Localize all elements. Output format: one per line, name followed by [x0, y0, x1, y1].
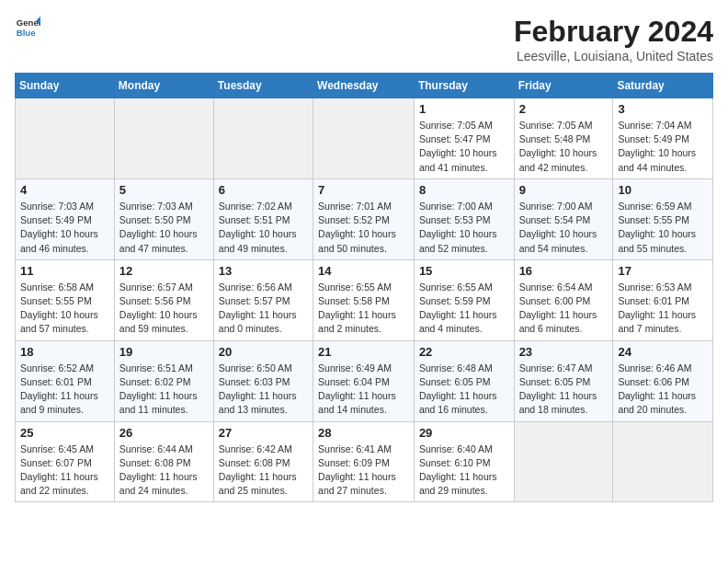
calendar-cell: 4Sunrise: 7:03 AM Sunset: 5:49 PM Daylig…	[16, 178, 115, 259]
calendar-cell: 17Sunrise: 6:53 AM Sunset: 6:01 PM Dayli…	[613, 259, 713, 340]
day-number: 6	[219, 183, 308, 197]
calendar-cell	[16, 98, 115, 179]
day-number: 14	[318, 264, 409, 278]
calendar-week-row: 4Sunrise: 7:03 AM Sunset: 5:49 PM Daylig…	[16, 178, 713, 259]
day-number: 18	[20, 345, 109, 359]
day-number: 10	[618, 183, 708, 197]
day-info: Sunrise: 7:03 AM Sunset: 5:49 PM Dayligh…	[20, 200, 109, 256]
calendar-week-row: 25Sunrise: 6:45 AM Sunset: 6:07 PM Dayli…	[16, 421, 713, 502]
day-info: Sunrise: 7:04 AM Sunset: 5:49 PM Dayligh…	[618, 119, 708, 175]
day-info: Sunrise: 6:42 AM Sunset: 6:08 PM Dayligh…	[219, 442, 308, 499]
day-info: Sunrise: 6:55 AM Sunset: 5:59 PM Dayligh…	[419, 281, 509, 337]
day-number: 1	[419, 102, 509, 116]
logo: General Blue	[15, 15, 40, 40]
calendar-cell: 28Sunrise: 6:41 AM Sunset: 6:09 PM Dayli…	[313, 421, 415, 502]
calendar-cell: 25Sunrise: 6:45 AM Sunset: 6:07 PM Dayli…	[16, 421, 115, 502]
day-info: Sunrise: 6:45 AM Sunset: 6:07 PM Dayligh…	[20, 442, 109, 499]
day-info: Sunrise: 6:53 AM Sunset: 6:01 PM Dayligh…	[618, 281, 708, 337]
month-title: February 2024	[514, 15, 713, 49]
calendar-cell: 22Sunrise: 6:48 AM Sunset: 6:05 PM Dayli…	[414, 340, 514, 421]
calendar-cell	[213, 98, 313, 179]
day-info: Sunrise: 7:01 AM Sunset: 5:52 PM Dayligh…	[318, 200, 409, 256]
calendar-cell: 3Sunrise: 7:04 AM Sunset: 5:49 PM Daylig…	[613, 98, 713, 179]
day-info: Sunrise: 6:57 AM Sunset: 5:56 PM Dayligh…	[119, 281, 209, 337]
calendar-cell	[613, 421, 713, 502]
calendar-week-row: 1Sunrise: 7:05 AM Sunset: 5:47 PM Daylig…	[16, 98, 713, 179]
calendar-cell: 5Sunrise: 7:03 AM Sunset: 5:50 PM Daylig…	[114, 178, 213, 259]
calendar-cell: 7Sunrise: 7:01 AM Sunset: 5:52 PM Daylig…	[313, 178, 415, 259]
svg-text:Blue: Blue	[17, 28, 36, 38]
day-info: Sunrise: 7:00 AM Sunset: 5:54 PM Dayligh…	[519, 200, 609, 256]
day-info: Sunrise: 6:58 AM Sunset: 5:55 PM Dayligh…	[20, 281, 109, 337]
calendar-cell	[313, 98, 415, 179]
weekday-header: Friday	[514, 74, 613, 98]
svg-text:General: General	[17, 17, 40, 28]
day-info: Sunrise: 6:52 AM Sunset: 6:01 PM Dayligh…	[20, 362, 109, 418]
calendar-cell: 15Sunrise: 6:55 AM Sunset: 5:59 PM Dayli…	[414, 259, 514, 340]
calendar-cell: 11Sunrise: 6:58 AM Sunset: 5:55 PM Dayli…	[16, 259, 115, 340]
calendar-week-row: 18Sunrise: 6:52 AM Sunset: 6:01 PM Dayli…	[16, 340, 713, 421]
day-number: 5	[119, 183, 209, 197]
day-info: Sunrise: 6:40 AM Sunset: 6:10 PM Dayligh…	[419, 442, 509, 499]
calendar-cell: 18Sunrise: 6:52 AM Sunset: 6:01 PM Dayli…	[16, 340, 115, 421]
day-number: 23	[519, 345, 609, 359]
day-info: Sunrise: 6:47 AM Sunset: 6:05 PM Dayligh…	[519, 362, 609, 418]
weekday-header: Wednesday	[313, 74, 415, 98]
day-number: 19	[119, 345, 209, 359]
day-number: 28	[318, 426, 409, 440]
day-info: Sunrise: 6:59 AM Sunset: 5:55 PM Dayligh…	[618, 200, 708, 256]
day-info: Sunrise: 7:05 AM Sunset: 5:48 PM Dayligh…	[519, 119, 609, 175]
day-info: Sunrise: 6:55 AM Sunset: 5:58 PM Dayligh…	[318, 281, 409, 337]
calendar-cell: 29Sunrise: 6:40 AM Sunset: 6:10 PM Dayli…	[414, 421, 514, 502]
calendar-cell: 16Sunrise: 6:54 AM Sunset: 6:00 PM Dayli…	[514, 259, 613, 340]
day-number: 25	[20, 426, 109, 440]
weekday-header-row: SundayMondayTuesdayWednesdayThursdayFrid…	[16, 74, 713, 98]
day-info: Sunrise: 7:00 AM Sunset: 5:53 PM Dayligh…	[419, 200, 509, 256]
location-title: Leesville, Louisiana, United States	[514, 49, 713, 63]
weekday-header: Sunday	[16, 74, 115, 98]
day-info: Sunrise: 7:05 AM Sunset: 5:47 PM Dayligh…	[419, 119, 509, 175]
day-number: 21	[318, 345, 409, 359]
day-info: Sunrise: 6:46 AM Sunset: 6:06 PM Dayligh…	[618, 362, 708, 418]
page-header: General Blue February 2024 Leesville, Lo…	[15, 15, 713, 63]
day-info: Sunrise: 6:50 AM Sunset: 6:03 PM Dayligh…	[219, 362, 308, 418]
weekday-header: Saturday	[613, 74, 713, 98]
day-info: Sunrise: 6:48 AM Sunset: 6:05 PM Dayligh…	[419, 362, 509, 418]
day-number: 26	[119, 426, 209, 440]
logo-icon: General Blue	[15, 15, 40, 40]
day-info: Sunrise: 6:49 AM Sunset: 6:04 PM Dayligh…	[318, 362, 409, 418]
day-number: 22	[419, 345, 509, 359]
calendar-cell	[514, 421, 613, 502]
title-area: February 2024 Leesville, Louisiana, Unit…	[514, 15, 713, 63]
day-number: 15	[419, 264, 509, 278]
day-number: 12	[119, 264, 209, 278]
calendar-cell: 2Sunrise: 7:05 AM Sunset: 5:48 PM Daylig…	[514, 98, 613, 179]
day-number: 7	[318, 183, 409, 197]
calendar-cell: 20Sunrise: 6:50 AM Sunset: 6:03 PM Dayli…	[213, 340, 313, 421]
calendar-cell: 8Sunrise: 7:00 AM Sunset: 5:53 PM Daylig…	[414, 178, 514, 259]
calendar-cell: 6Sunrise: 7:02 AM Sunset: 5:51 PM Daylig…	[213, 178, 313, 259]
day-number: 16	[519, 264, 609, 278]
day-number: 20	[219, 345, 308, 359]
day-number: 2	[519, 102, 609, 116]
weekday-header: Thursday	[414, 74, 514, 98]
calendar-cell	[114, 98, 213, 179]
calendar-cell: 12Sunrise: 6:57 AM Sunset: 5:56 PM Dayli…	[114, 259, 213, 340]
calendar-cell: 27Sunrise: 6:42 AM Sunset: 6:08 PM Dayli…	[213, 421, 313, 502]
day-info: Sunrise: 6:56 AM Sunset: 5:57 PM Dayligh…	[219, 281, 308, 337]
calendar-cell: 24Sunrise: 6:46 AM Sunset: 6:06 PM Dayli…	[613, 340, 713, 421]
day-info: Sunrise: 7:02 AM Sunset: 5:51 PM Dayligh…	[219, 200, 308, 256]
calendar-week-row: 11Sunrise: 6:58 AM Sunset: 5:55 PM Dayli…	[16, 259, 713, 340]
day-number: 13	[219, 264, 308, 278]
day-info: Sunrise: 6:51 AM Sunset: 6:02 PM Dayligh…	[119, 362, 209, 418]
calendar-cell: 13Sunrise: 6:56 AM Sunset: 5:57 PM Dayli…	[213, 259, 313, 340]
day-number: 3	[618, 102, 708, 116]
day-info: Sunrise: 6:44 AM Sunset: 6:08 PM Dayligh…	[119, 442, 209, 499]
calendar-table: SundayMondayTuesdayWednesdayThursdayFrid…	[15, 73, 713, 502]
calendar-cell: 21Sunrise: 6:49 AM Sunset: 6:04 PM Dayli…	[313, 340, 415, 421]
day-info: Sunrise: 6:54 AM Sunset: 6:00 PM Dayligh…	[519, 281, 609, 337]
day-number: 27	[219, 426, 308, 440]
weekday-header: Tuesday	[213, 74, 313, 98]
day-number: 11	[20, 264, 109, 278]
day-number: 29	[419, 426, 509, 440]
